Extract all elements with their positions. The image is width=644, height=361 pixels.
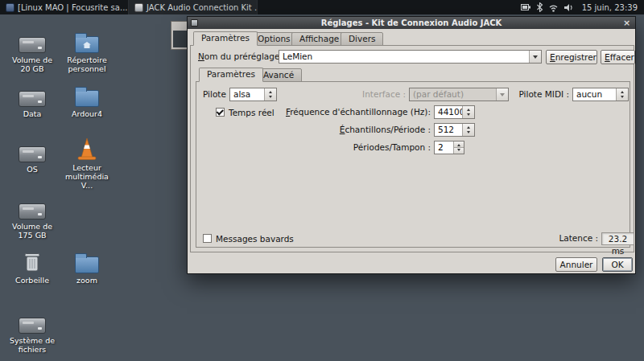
updown-arrows-icon bbox=[264, 88, 276, 101]
subtab-parametres[interactable]: Paramètres bbox=[199, 68, 263, 82]
network-icon[interactable] bbox=[548, 3, 559, 12]
jack-window-icon bbox=[134, 3, 143, 12]
latency-label: Latence : bbox=[518, 232, 598, 245]
driver-combobox[interactable]: alsa bbox=[229, 88, 277, 101]
midi-driver-label: Pilote MIDI : bbox=[514, 88, 569, 101]
frames-per-period-value: 512 bbox=[435, 124, 462, 136]
desktop-icon-label: Volume de 20 GB bbox=[12, 55, 52, 73]
desktop-icon-label: Ardour4 bbox=[72, 109, 102, 118]
subtab-parametres-panel: Pilote : alsa Interface : (par défaut) P… bbox=[196, 81, 630, 248]
tab-parametres[interactable]: Paramètres bbox=[193, 31, 258, 46]
midi-driver-value: aucun bbox=[573, 88, 616, 101]
driver-label: Pilote : bbox=[203, 88, 232, 101]
preset-name-combobox[interactable]: LeMien bbox=[279, 50, 542, 64]
updown-arrows-icon bbox=[462, 106, 474, 118]
chevron-down-icon bbox=[496, 88, 508, 101]
interface-combobox: (par défaut) bbox=[409, 88, 509, 101]
preset-name-label: Nom du préréglage : bbox=[198, 50, 285, 64]
tab-divers[interactable]: Divers bbox=[341, 32, 383, 46]
ok-button[interactable]: OK bbox=[602, 257, 633, 272]
sample-rate-combobox[interactable]: 44100 bbox=[434, 105, 475, 119]
cancel-button-label: Annuler bbox=[560, 260, 593, 269]
preset-name-value: LeMien bbox=[279, 51, 529, 63]
periods-per-buffer-label: Périodes/Tampon : bbox=[229, 141, 431, 154]
desktop-icon-label: OS bbox=[27, 165, 38, 174]
background-window-edge[interactable] bbox=[171, 21, 188, 50]
battery-icon[interactable] bbox=[521, 3, 531, 11]
frames-per-period-label: Échantillons/Période : bbox=[229, 123, 431, 137]
browser-window-icon bbox=[6, 3, 14, 12]
chevron-down-icon bbox=[529, 51, 541, 63]
drive-icon bbox=[19, 146, 46, 162]
desktop-icon-label: Lecteur multimédia V... bbox=[65, 163, 109, 190]
dialog-title: Réglages - Kit de Connexion Audio JACK bbox=[201, 18, 621, 27]
delete-preset-button[interactable]: Effacer bbox=[601, 50, 635, 64]
desktop-icon-trash[interactable]: Corbeille bbox=[6, 246, 58, 285]
save-preset-button[interactable]: Enregistrer bbox=[546, 50, 597, 64]
drive-icon bbox=[19, 91, 46, 107]
ok-button-label: OK bbox=[611, 260, 623, 269]
trash-icon bbox=[23, 250, 42, 273]
desktop-icon-os[interactable]: OS bbox=[6, 135, 58, 174]
folder-icon bbox=[75, 90, 99, 107]
interface-value: (par défaut) bbox=[410, 88, 496, 101]
taskbar-window-jack[interactable]: JACK Audio Connection Kit ... bbox=[129, 0, 258, 14]
cancel-button[interactable]: Annuler bbox=[555, 257, 597, 272]
save-button-label: Enregistrer bbox=[550, 52, 597, 62]
desktop-icon-volume-175gb[interactable]: Volume de 175 GB bbox=[6, 192, 58, 240]
clock[interactable]: 15 juin, 23:39 bbox=[579, 0, 644, 14]
close-icon[interactable]: × bbox=[621, 18, 632, 28]
latency-value: 23.2 ms bbox=[601, 232, 634, 245]
volume-icon[interactable] bbox=[564, 3, 574, 12]
jack-settings-dialog: Réglages - Kit de Connexion Audio JACK ×… bbox=[187, 16, 636, 274]
home-folder-icon bbox=[75, 36, 99, 53]
window-icon bbox=[191, 19, 198, 27]
taskbar-window-linuxmao[interactable]: [Linux MAO | Focusrite sa... bbox=[0, 0, 129, 14]
periods-per-buffer-value: 2 bbox=[435, 142, 453, 154]
drive-icon bbox=[19, 203, 46, 219]
desktop-icon-label: Répertoire personnel bbox=[67, 55, 107, 73]
background-window-display bbox=[173, 31, 187, 47]
verbose-label: Messages bavards bbox=[216, 234, 294, 244]
desktop: [Linux MAO | Focusrite sa... JACK Audio … bbox=[0, 0, 644, 361]
desktop-icon-vlc[interactable]: Lecteur multimédia V... bbox=[61, 133, 113, 190]
vlc-cone-icon bbox=[76, 137, 97, 161]
interface-label: Interface : bbox=[349, 88, 406, 101]
dialog-body: Paramètres Options Affichage Divers Nom … bbox=[188, 29, 635, 273]
drive-icon bbox=[19, 318, 46, 334]
system-tray bbox=[516, 0, 579, 14]
spin-down-button[interactable] bbox=[454, 147, 464, 154]
desktop-icon-label: zoom bbox=[76, 276, 97, 285]
tab-affichage[interactable]: Affichage bbox=[291, 32, 347, 46]
sample-rate-label: Fréquence d'échantillonnage (Hz): bbox=[229, 105, 431, 119]
frames-per-period-combobox[interactable]: 512 bbox=[434, 123, 475, 137]
updown-arrows-icon bbox=[462, 124, 474, 136]
verbose-checkbox[interactable]: Messages bavards bbox=[203, 232, 294, 245]
desktop-icon-data[interactable]: Data bbox=[6, 80, 58, 118]
desktop-icon-home[interactable]: Répertoire personnel bbox=[61, 26, 113, 73]
updown-arrows-icon bbox=[616, 88, 628, 101]
taskbar-window-label: JACK Audio Connection Kit ... bbox=[147, 3, 258, 12]
dialog-titlebar[interactable]: Réglages - Kit de Connexion Audio JACK × bbox=[188, 17, 635, 29]
desktop-icon-label: Volume de 175 GB bbox=[12, 222, 52, 240]
checkbox-checked-icon bbox=[216, 108, 225, 117]
desktop-icon-zoom[interactable]: zoom bbox=[61, 246, 113, 285]
driver-value: alsa bbox=[230, 88, 264, 101]
spin-up-button[interactable] bbox=[454, 142, 464, 147]
desktop-icon-volume-20gb[interactable]: Volume de 20 GB bbox=[6, 26, 58, 73]
delete-button-label: Effacer bbox=[605, 52, 634, 62]
periods-per-buffer-spinbox[interactable]: 2 bbox=[434, 141, 464, 154]
spin-buttons bbox=[453, 142, 464, 154]
midi-driver-combobox[interactable]: aucun bbox=[572, 88, 629, 101]
bluetooth-icon[interactable] bbox=[536, 2, 543, 12]
desktop-icon-filesystem[interactable]: Système de fichiers bbox=[6, 306, 58, 354]
panel-spacer bbox=[258, 0, 516, 14]
sample-rate-value: 44100 bbox=[435, 106, 462, 118]
desktop-icon-label: Système de fichiers bbox=[10, 336, 55, 354]
desktop-icon-label: Corbeille bbox=[15, 276, 49, 285]
desktop-icon-label: Data bbox=[23, 109, 42, 118]
desktop-icon-ardour4[interactable]: Ardour4 bbox=[61, 80, 113, 118]
checkbox-unchecked-icon bbox=[203, 234, 212, 243]
parametres-tab-panel: Nom du préréglage : LeMien Enregistrer bbox=[190, 45, 634, 252]
taskbar-window-label: [Linux MAO | Focusrite sa... bbox=[18, 3, 128, 12]
